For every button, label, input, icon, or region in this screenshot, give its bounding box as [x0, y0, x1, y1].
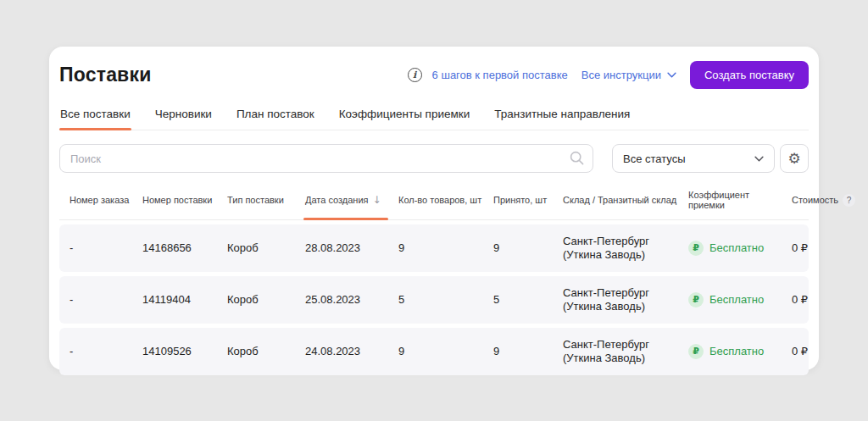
warehouse-name: (Уткина Заводь) — [563, 248, 682, 262]
cell-supply-type: Короб — [227, 345, 298, 358]
col-order-number: Номер заказа — [70, 190, 136, 210]
warehouse-name: (Уткина Заводь) — [563, 300, 682, 313]
ruble-icon: ₽ — [688, 241, 704, 256]
cell-acceptance-coefficient: ₽ Бесплатно — [688, 292, 785, 307]
filter-row: Все статусы ⚙ — [59, 144, 809, 173]
cell-accepted-count: 5 — [493, 293, 556, 307]
col-created-date-label: Дата создания — [305, 195, 369, 205]
tab-drafts[interactable]: Черновики — [154, 102, 213, 130]
sort-down-icon: ↓ — [373, 194, 381, 206]
col-warehouse: Склад / Транзитный склад — [563, 190, 682, 210]
table-settings-button[interactable]: ⚙ — [780, 144, 809, 173]
cell-warehouse: Санкт-Петербург (Уткина Заводь) — [563, 235, 682, 263]
all-instructions-label: Все инструкции — [581, 69, 661, 81]
col-accepted-count: Принято, шт — [493, 190, 556, 210]
warehouse-name: (Уткина Заводь) — [563, 352, 682, 365]
coefficient-label: Бесплатно — [709, 241, 764, 255]
ruble-icon: ₽ — [688, 292, 704, 307]
cell-items-count: 5 — [398, 293, 487, 307]
col-supply-number: Номер поставки — [142, 190, 220, 210]
warehouse-city: Санкт-Петербург — [563, 286, 682, 300]
table-row[interactable]: - 14109526 Короб 24.08.2023 9 9 Санкт-Пе… — [59, 328, 809, 375]
tab-transit-directions[interactable]: Транзитные направления — [493, 102, 631, 130]
col-cost: Стоимость ? — [792, 190, 855, 210]
cell-order-number: - — [70, 241, 136, 255]
col-created-date-sort[interactable]: Дата создания ↓ — [305, 190, 392, 210]
coefficient-label: Бесплатно — [709, 345, 764, 358]
col-supply-type: Тип поставки — [227, 190, 298, 210]
all-instructions-dropdown[interactable]: Все инструкции — [581, 69, 676, 81]
table-row[interactable]: - 14168656 Короб 28.08.2023 9 9 Санкт-Пе… — [59, 224, 809, 272]
cell-acceptance-coefficient: ₽ Бесплатно — [688, 241, 785, 256]
table-header: Номер заказа Номер поставки Тип поставки… — [59, 190, 809, 220]
cell-created-date: 24.08.2023 — [305, 345, 392, 358]
cell-items-count: 9 — [398, 345, 487, 358]
first-supply-steps-link[interactable]: 6 шагов к первой поставке — [432, 69, 568, 81]
warehouse-city: Санкт-Петербург — [563, 235, 682, 248]
warehouse-city: Санкт-Петербург — [563, 338, 682, 352]
cell-warehouse: Санкт-Петербург (Уткина Заводь) — [563, 286, 682, 314]
cell-cost: 0 ₽ — [792, 345, 809, 358]
status-filter-select[interactable]: Все статусы — [612, 144, 775, 173]
info-icon[interactable]: i — [408, 68, 422, 82]
ruble-icon: ₽ — [688, 344, 704, 359]
cell-supply-type: Короб — [227, 293, 298, 307]
tab-supply-plan[interactable]: План поставок — [236, 102, 315, 130]
search-box — [59, 144, 593, 173]
cell-supply-number: 14109526 — [142, 345, 220, 358]
cell-warehouse: Санкт-Петербург (Уткина Заводь) — [563, 338, 682, 366]
tab-all-supplies[interactable]: Все поставки — [59, 102, 131, 130]
cell-cost: 0 ₽ — [792, 293, 809, 307]
create-supply-button[interactable]: Создать поставку — [690, 61, 809, 89]
col-acceptance-coefficient: Коэффициент приемки — [688, 190, 785, 210]
cell-accepted-count: 9 — [493, 345, 556, 358]
coefficient-label: Бесплатно — [709, 293, 764, 307]
page-header: Поставки i 6 шагов к первой поставке Все… — [59, 58, 809, 91]
search-input[interactable] — [59, 144, 593, 173]
cell-created-date: 25.08.2023 — [305, 293, 392, 307]
chevron-down-icon — [667, 72, 676, 78]
supplies-card: Поставки i 6 шагов к первой поставке Все… — [49, 47, 819, 370]
page-title: Поставки — [59, 64, 152, 86]
tab-bar: Все поставки Черновики План поставок Коэ… — [59, 102, 809, 130]
cell-acceptance-coefficient: ₽ Бесплатно — [688, 344, 785, 359]
cell-supply-number: 14168656 — [142, 241, 220, 255]
status-filter-value: Все статусы — [623, 152, 686, 165]
cell-created-date: 28.08.2023 — [305, 241, 392, 255]
cell-order-number: - — [70, 345, 136, 358]
tab-acceptance-coefficients[interactable]: Коэффициенты приемки — [338, 102, 471, 130]
cell-order-number: - — [70, 293, 136, 307]
search-icon[interactable] — [570, 151, 584, 165]
cost-help-icon[interactable]: ? — [843, 194, 855, 207]
cell-supply-number: 14119404 — [142, 293, 220, 307]
cell-accepted-count: 9 — [493, 241, 556, 255]
cell-items-count: 9 — [398, 241, 487, 255]
chevron-down-icon — [754, 156, 764, 162]
col-items-count: Кол-во товаров, шт — [398, 190, 487, 210]
cell-cost: 0 ₽ — [792, 241, 809, 255]
col-cost-label: Стоимость — [792, 195, 838, 205]
header-actions: i 6 шагов к первой поставке Все инструкц… — [408, 61, 809, 89]
cell-supply-type: Короб — [227, 241, 298, 255]
table-row[interactable]: - 14119404 Короб 25.08.2023 5 5 Санкт-Пе… — [59, 276, 809, 324]
gear-icon: ⚙ — [787, 150, 800, 167]
